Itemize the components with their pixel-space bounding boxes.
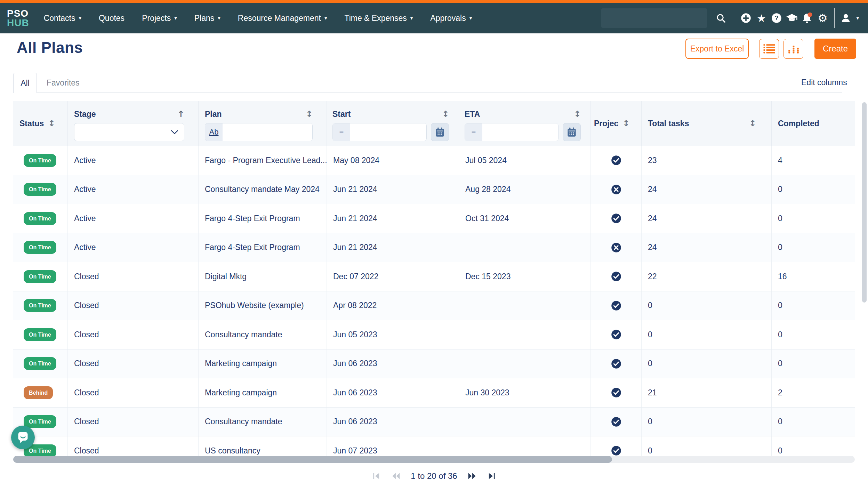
sort-icon-project[interactable]: ↕ [622,119,629,128]
calendar-icon [567,127,576,137]
total-tasks-cell: 24 [642,175,772,204]
add-plus-circle-icon[interactable] [738,8,754,28]
stage-cell: Closed [68,291,199,320]
app-screen: PSO HUB Contacts▾QuotesProjects▾Plans▾Re… [0,0,868,491]
table-row[interactable]: On Time Active Fargo 4-Step Exit Program… [13,233,855,263]
sort-icon-eta[interactable]: ↕ [574,109,581,119]
status-badge: On Time [24,357,56,370]
psohub-logo[interactable]: PSO HUB [7,9,29,27]
nav-item-time-expenses[interactable]: Time & Expenses▾ [344,14,413,23]
chat-launcher-button[interactable] [11,426,35,449]
table-row[interactable]: On Time Active Consultancy mandate May 2… [13,175,855,204]
table-row[interactable]: On Time Closed Consultancy mandate Jun 0… [13,320,855,349]
status-cell: On Time [13,204,68,233]
help-question-circle-icon[interactable]: ? [769,8,784,28]
nav-item-quotes[interactable]: Quotes [99,14,124,23]
status-cell: On Time [13,175,68,204]
eta-cell [459,408,591,436]
global-search-input[interactable] [601,8,707,28]
sort-icon-stage[interactable]: ↑ [177,109,184,119]
nav-item-resource-management[interactable]: Resource Management▾ [238,14,327,23]
total-tasks-cell: 0 [642,320,772,349]
project-cell [591,320,642,349]
start-calendar-button[interactable] [431,123,449,141]
sort-icon-status[interactable]: ↕ [48,119,55,128]
table-row[interactable]: On Time Closed Marketing campaign Jun 06… [13,349,855,379]
horizontal-scrollbar[interactable] [13,456,855,463]
notifications-bell-icon[interactable] [799,8,815,28]
project-x-circle-icon [611,184,621,195]
chart-view-button[interactable] [783,39,803,59]
stage-cell: Closed [68,320,199,349]
vertical-scrollbar-thumb[interactable] [862,102,867,303]
stage-filter-select[interactable] [74,123,184,141]
last-page-button[interactable] [487,471,497,481]
last-page-icon [488,472,496,480]
stage-cell: Active [68,204,199,233]
favorites-star-icon[interactable]: ★ [754,8,769,28]
eta-calendar-button[interactable] [563,123,581,141]
project-cell [591,146,642,175]
nav-divider [834,8,835,28]
nav-item-projects[interactable]: Projects▾ [142,14,177,23]
status-badge: On Time [24,212,56,225]
chevron-down-icon: ▾ [174,15,177,21]
first-page-icon [372,472,380,480]
horizontal-scrollbar-thumb[interactable] [13,456,612,463]
plan-filter-input[interactable] [223,123,312,141]
export-to-excel-button[interactable]: Export to Excel [685,39,749,59]
project-check-circle-icon [611,387,621,398]
nav-item-approvals[interactable]: Approvals▾ [430,14,472,23]
eta-filter-input[interactable] [482,123,558,141]
stage-cell: Closed [68,262,199,291]
nav-item-contacts[interactable]: Contacts▾ [44,14,81,23]
settings-gear-icon[interactable]: ⚙ [815,8,830,28]
status-badge: On Time [24,241,56,254]
start-filter-input[interactable] [350,123,426,141]
table-row[interactable]: On Time Closed Digital Mktg Dec 07 2022 … [13,262,855,291]
column-header-eta: ETA ↕ = [459,101,591,146]
next-page-button[interactable] [467,471,477,481]
table-row[interactable]: On Time Closed PSOhub Website (example) … [13,291,855,321]
date-filter-prefix: = [465,123,482,141]
sort-icon-start[interactable]: ↕ [442,109,449,119]
list-view-button[interactable] [759,39,779,59]
completed-cell: 0 [772,349,855,378]
tab-all[interactable]: All [13,73,37,93]
project-cell [591,349,642,378]
sort-icon-total-tasks[interactable]: ↕ [749,119,756,128]
table-row[interactable]: On Time Active Fargo 4-Step Exit Program… [13,204,855,233]
table-row[interactable]: Behind Closed Marketing campaign Jun 06 … [13,378,855,408]
status-badge: Behind [24,386,53,399]
completed-cell: 0 [772,233,855,262]
search-icon[interactable] [713,8,729,28]
user-menu[interactable]: ▾ [840,13,859,24]
stage-cell: Closed [68,378,199,407]
chevron-down-icon [171,130,178,135]
completed-cell: 4 [772,146,855,175]
table-row[interactable]: On Time Active Fargo - Program Executive… [13,146,855,175]
start-cell: Jun 21 2024 [327,233,459,262]
tab-favorites[interactable]: Favorites [47,73,80,93]
chevron-down-icon: ▾ [410,15,413,21]
first-page-button[interactable] [371,471,381,481]
sort-icon-plan[interactable]: ↕ [306,109,313,119]
completed-cell: 0 [772,204,855,233]
total-tasks-cell: 21 [642,378,772,407]
nav-item-plans[interactable]: Plans▾ [194,14,220,23]
completed-cell: 16 [772,262,855,291]
plan-cell: Fargo 4-Step Exit Program [199,233,327,262]
chat-bubble-icon [17,431,29,444]
previous-page-button[interactable] [391,471,401,481]
tab-bar: All Favorites [13,73,842,93]
page-title: All Plans [17,39,83,56]
edit-columns-link[interactable]: Edit columns [801,78,847,87]
academy-graduation-cap-icon[interactable] [784,8,799,28]
eta-cell: Oct 31 2024 [459,204,591,233]
stage-cell: Active [68,233,199,262]
create-button[interactable]: Create [814,39,856,59]
table-row[interactable]: On Time Closed Consultancy mandate Jun 0… [13,408,855,437]
start-cell: Jun 06 2023 [327,349,459,378]
column-header-completed: Completed [772,101,855,146]
table-body: On Time Active Fargo - Program Executive… [13,146,855,463]
